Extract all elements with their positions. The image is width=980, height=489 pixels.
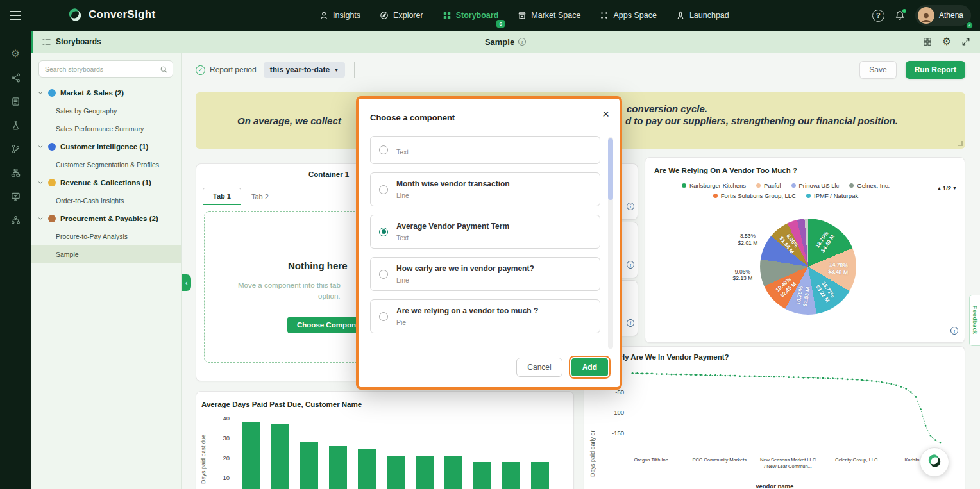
globe-icon [48, 89, 56, 97]
run-report-button[interactable]: Run Report [906, 61, 965, 79]
hamburger-menu-icon[interactable] [10, 11, 21, 20]
sidebar-item-sample[interactable]: Sample [31, 245, 181, 263]
save-button[interactable]: Save [859, 61, 896, 79]
vendor-pie-chart[interactable] [760, 219, 856, 315]
tab-tab-2[interactable]: Tab 2 [241, 188, 279, 205]
tab-tab-1[interactable]: Tab 1 [203, 188, 241, 205]
athena-assistant-button[interactable] [920, 447, 949, 477]
bar[interactable] [473, 462, 491, 489]
gear-icon[interactable]: ⚙ [942, 37, 952, 47]
line-x-tick-label: New Seasons Market LLC / New Leaf Commun… [760, 457, 816, 470]
line-x-tick-label: PCC Community Markets [691, 457, 748, 470]
legend-item-pacful[interactable]: Pacful [756, 182, 781, 189]
component-option-text[interactable]: Text [370, 136, 600, 164]
bar[interactable] [387, 456, 405, 489]
page-title: Sample [485, 37, 514, 47]
radio-icon[interactable] [379, 145, 388, 154]
nav-item-label: Apps Space [613, 11, 656, 20]
legend-item-prinova-us-llc[interactable]: Prinova US Llc [791, 182, 840, 189]
legend-label: Karlsburger Kitchens [689, 182, 746, 189]
form-icon[interactable] [10, 96, 21, 106]
bar[interactable] [242, 422, 260, 489]
empty-state-line2: option. [318, 292, 341, 300]
bar[interactable] [358, 449, 376, 489]
org-chart-icon[interactable] [10, 215, 21, 225]
nav-item-storyboard[interactable]: Storyboard6 [443, 11, 499, 20]
sidebar-item-procure-to-pay-analysis[interactable]: Procure-to-Pay Analysis [31, 228, 181, 245]
storyboard-search[interactable] [38, 60, 173, 78]
monitor-check-icon[interactable] [10, 191, 21, 201]
component-option-average-vendor-payment-term[interactable]: Average Vendor Payment TermText [370, 215, 600, 249]
user-menu[interactable]: Athena ✓ [915, 5, 971, 26]
bar-plot-area[interactable] [233, 414, 570, 489]
nav-item-explorer[interactable]: Explorer [380, 11, 423, 20]
sidebar-item-order-to-cash-insights[interactable]: Order-to-Cash Insights [31, 192, 181, 210]
legend-dot-icon [806, 194, 811, 198]
share-nodes-icon[interactable] [10, 72, 21, 83]
sidebar-collapse-handle[interactable]: ‹ [182, 274, 191, 291]
sidebar-group-customer-intelligence-1[interactable]: Customer Intelligence (1) [31, 138, 181, 156]
bar[interactable] [444, 456, 462, 489]
bar[interactable] [502, 462, 520, 489]
expand-icon[interactable] [961, 37, 971, 47]
component-option-month-wise-vendor-transaction[interactable]: Month wise vendor transactionLine [370, 172, 600, 206]
info-icon[interactable]: i [627, 203, 634, 210]
title-info-icon[interactable]: i [518, 38, 526, 46]
nav-item-market-space[interactable]: Market Space [518, 11, 580, 20]
bar[interactable] [416, 456, 434, 489]
component-option-how-early-are-we-in-vendor-payment[interactable]: How early are we in vendor payment?Line [370, 257, 600, 291]
info-icon[interactable]: i [627, 261, 634, 269]
gear-icon[interactable]: ⚙ [10, 49, 21, 59]
bar-y-axis-label: Days paid past due [200, 417, 207, 489]
legend-page-down-icon[interactable]: ▼ [952, 186, 957, 190]
sidebar-item-customer-segmentation-profiles[interactable]: Customer Segmentation & Profiles [31, 156, 181, 174]
grid-icon[interactable] [922, 37, 933, 47]
info-icon[interactable]: i [627, 319, 634, 327]
sidebar-group-revenue-collections-1[interactable]: Revenue & Collections (1) [31, 174, 181, 192]
nav-item-launchpad[interactable]: Launchpad [676, 11, 729, 20]
resize-handle[interactable] [958, 141, 963, 146]
legend-item-karlsburger-kitchens[interactable]: Karlsburger Kitchens [682, 182, 746, 189]
bar-y-tick: 30 [214, 435, 230, 442]
close-icon[interactable]: × [602, 108, 609, 120]
sidebar-item-sales-by-geography[interactable]: Sales by Geography [31, 102, 181, 120]
bar[interactable] [329, 446, 347, 489]
legend-item-ipmf-naturpak[interactable]: IPMF / Naturpak [806, 192, 858, 199]
report-period-value: this year-to-date [270, 65, 330, 74]
brand[interactable]: ConverSight [67, 6, 155, 23]
feedback-tab[interactable]: Feedback [969, 295, 980, 346]
bar[interactable] [531, 462, 549, 489]
nav-item-apps-space[interactable]: Apps Space [600, 11, 656, 20]
component-option-are-we-relying-on-a-vendor-too-much[interactable]: Are we relying on a vendor too much ?Pie [370, 299, 600, 333]
hierarchy-icon[interactable] [10, 167, 21, 178]
legend-item-gelnex-inc[interactable]: Gelnex, Inc. [849, 182, 890, 189]
sidebar-group-procurement-payables-2[interactable]: Procurement & Payables (2) [31, 210, 181, 228]
info-icon[interactable]: i [950, 327, 958, 335]
add-button[interactable]: Add [571, 358, 608, 376]
nav-item-insights[interactable]: Insights [319, 11, 360, 20]
bar[interactable] [271, 424, 289, 489]
banner-line2-start: On average, we collect [237, 115, 341, 126]
radio-icon[interactable] [379, 270, 388, 279]
bell-icon[interactable] [895, 10, 905, 21]
option-title: Are we relying on a vendor too much ? [396, 306, 592, 315]
radio-icon[interactable] [379, 228, 388, 236]
search-input[interactable] [45, 65, 156, 73]
option-title: Month wise vendor transaction [396, 179, 592, 188]
sidebar-group-market-sales-2[interactable]: Market & Sales (2) [31, 84, 181, 102]
legend-item-fortis-solutions-group-llc[interactable]: Fortis Solutions Group, LLC [713, 192, 796, 199]
flask-icon[interactable] [10, 120, 21, 130]
report-period-select[interactable]: this year-to-date ▼ [264, 62, 345, 78]
cancel-button[interactable]: Cancel [516, 358, 562, 377]
legend-page-up-icon[interactable]: ▲ [937, 186, 942, 190]
radio-icon[interactable] [379, 185, 388, 194]
radio-icon[interactable] [379, 312, 388, 321]
modal-scrollbar[interactable] [608, 137, 613, 349]
legend-pagination: ▲ 1/2 ▼ [937, 185, 957, 192]
bar[interactable] [300, 442, 318, 489]
scrollbar-thumb[interactable] [608, 138, 613, 200]
git-branch-icon[interactable] [10, 144, 21, 154]
help-icon[interactable]: ? [872, 10, 884, 22]
sidebar-item-sales-performance-summary[interactable]: Sales Performance Summary [31, 120, 181, 138]
modal-footer: Cancel Add [516, 358, 608, 377]
